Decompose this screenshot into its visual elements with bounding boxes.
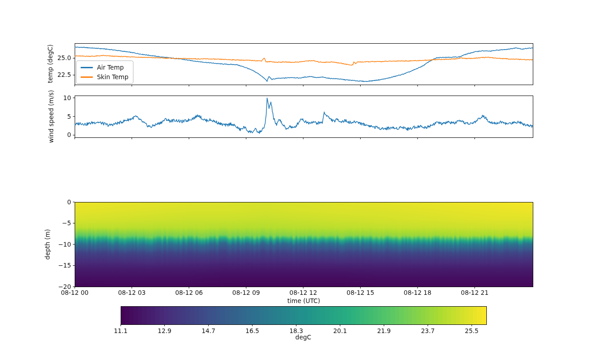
legend-item-skin-temp: Skin Temp [81,73,128,81]
y-tick-label: 10 [63,94,71,101]
y-tick-label: −15 [58,262,71,269]
colorbar-tick-label: 14.7 [202,327,215,334]
colorbar-tick-label: 25.5 [465,327,479,334]
air-temp-legend-line-icon [81,67,93,68]
figure: 08-12 0008-12 0308-12 0608-12 0908-12 12… [0,0,592,364]
legend-item-air-temp: Air Temp [81,64,128,71]
depth-axis-label: depth (m) [44,229,51,259]
x-tick-label: 08-12 21 [461,289,489,296]
y-tick-label: 22.5 [57,71,71,78]
colorbar-tick-label: 23.7 [421,327,434,334]
x-tick-label: 08-12 18 [404,289,432,296]
legend: Air Temp Skin Temp [76,61,133,84]
temp-plot-frame [75,44,533,85]
y-tick-label: 5 [67,113,71,120]
x-tick-label: 08-12 15 [347,289,374,296]
y-tick-label: −20 [58,283,71,290]
skin-temp-legend-line-icon [81,76,93,78]
y-tick-label: −10 [58,241,71,248]
wind-axis-label: wind speed (m/s) [47,90,55,143]
colorbar [121,306,486,324]
x-tick-label: 08-12 12 [290,289,317,296]
colorbar-tick-label: 12.9 [158,327,171,334]
temp-axis-label: temp (degC) [46,44,54,83]
x-tick-label: 08-12 00 [61,289,89,296]
colorbar-tick-label: 20.1 [333,327,347,334]
x-tick-label: 08-12 03 [118,289,146,296]
skin-temp-line [75,56,533,66]
x-tick-label: 08-12 06 [175,289,203,296]
colorbar-tick-label: 16.5 [245,327,259,334]
legend-label-skin-temp: Skin Temp [97,73,128,81]
legend-label-air-temp: Air Temp [97,64,124,71]
y-tick-label: 25.0 [57,54,71,61]
air-temp-line [75,47,533,81]
colorbar-tick-label: 11.1 [114,327,128,334]
y-tick-label: 0 [67,131,71,138]
colorbar-tick-label: 21.9 [377,327,391,334]
y-tick-label: −5 [62,219,71,227]
depth-temperature-heatmap [75,202,533,287]
x-tick-label: 08-12 09 [232,289,260,296]
wind-speed-line [75,98,533,133]
time-axis-label: time (UTC) [287,297,320,304]
y-tick-label: 0 [67,198,71,206]
colorbar-unit-label: degC [296,334,311,341]
wind-plot-frame [75,96,533,138]
